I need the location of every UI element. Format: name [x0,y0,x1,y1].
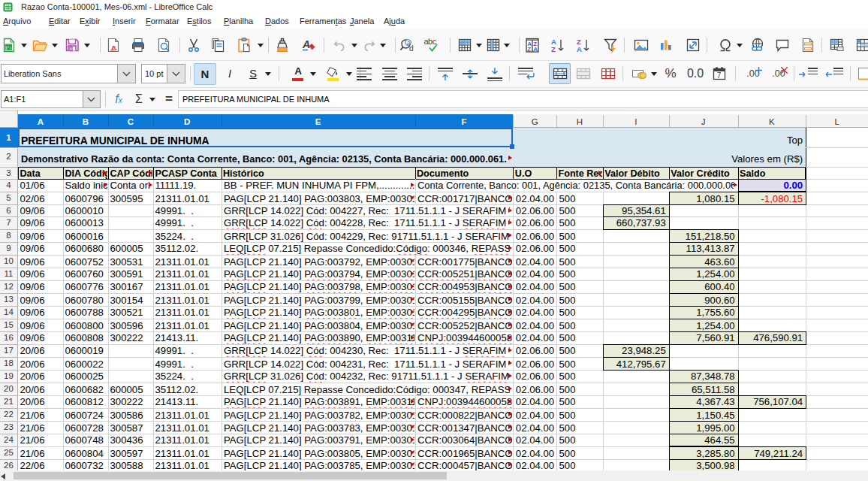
svg-text:Z: Z [527,46,531,53]
svg-text:d: d [409,44,414,53]
svg-text:Z: Z [551,45,556,53]
svg-text:abc: abc [424,37,437,46]
svg-text:7: 7 [717,71,722,80]
svg-text:A: A [577,45,582,53]
svg-text:A: A [302,38,310,50]
svg-text:A: A [533,46,538,53]
